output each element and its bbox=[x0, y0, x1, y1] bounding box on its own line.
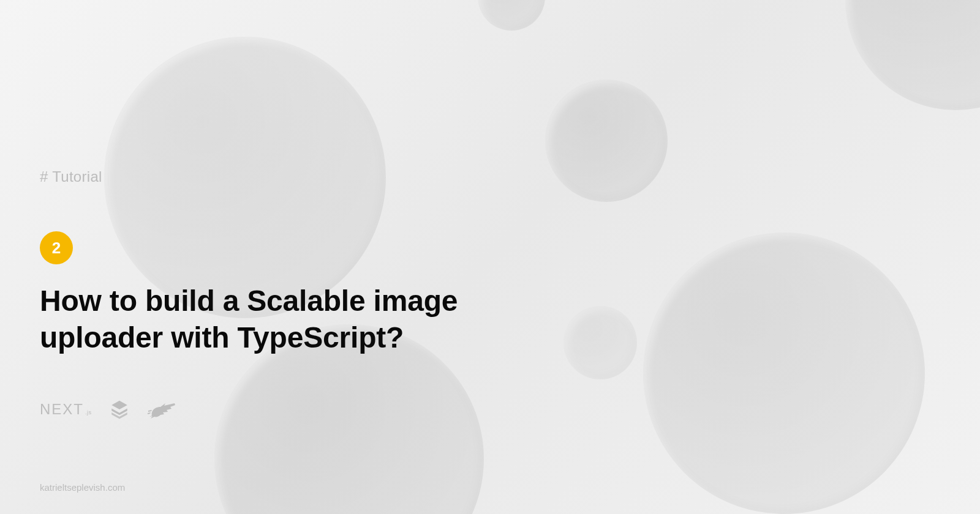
category-tag: # Tutorial bbox=[40, 168, 940, 185]
nextjs-logo: NEXT.js bbox=[40, 401, 92, 418]
tech-stack-row: NEXT.js bbox=[40, 399, 940, 420]
stack-icon bbox=[109, 399, 130, 420]
nextjs-logo-suffix: .js bbox=[85, 409, 92, 415]
part-number: 2 bbox=[52, 239, 61, 258]
page-title: How to build a Scalable image uploader w… bbox=[40, 283, 493, 356]
part-number-badge: 2 bbox=[40, 231, 73, 264]
content-area: # Tutorial 2 How to build a Scalable ima… bbox=[0, 0, 980, 514]
nextjs-logo-text: NEXT bbox=[40, 401, 84, 418]
fastify-icon bbox=[147, 400, 176, 419]
